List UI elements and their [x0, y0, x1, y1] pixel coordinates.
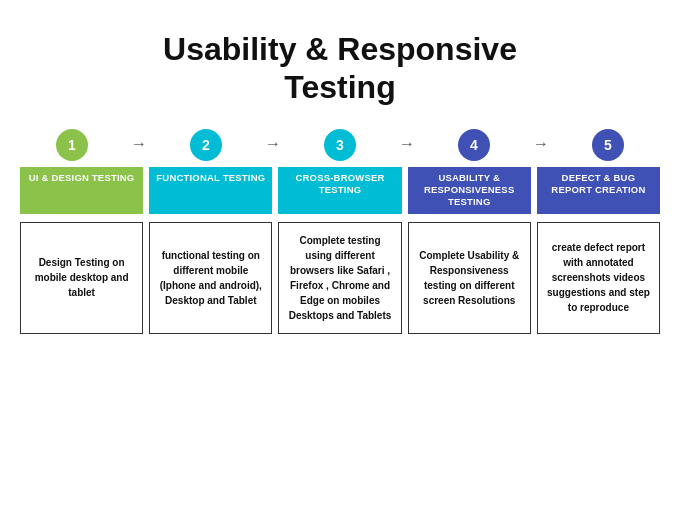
page-title: Usability & Responsive Testing	[163, 30, 517, 107]
arrow-2: →	[258, 135, 288, 153]
step-number-4: 4	[422, 129, 526, 161]
label-2: FUNCTIONAL TESTING	[149, 167, 272, 214]
arrow-4: →	[526, 135, 556, 153]
step-circle-5: 5	[592, 129, 624, 161]
labels-row: UI & DESIGN TESTINGFUNCTIONAL TESTINGCRO…	[20, 167, 660, 214]
step-numbers-row: 1→2→3→4→5	[20, 129, 660, 161]
description-2: functional testing on different mobile (…	[149, 222, 272, 334]
description-3: Complete testing using different browser…	[278, 222, 401, 334]
step-number-3: 3	[288, 129, 392, 161]
label-3: CROSS-BROWSER TESTING	[278, 167, 401, 214]
description-1: Design Testing on mobile desktop and tab…	[20, 222, 143, 334]
step-circle-3: 3	[324, 129, 356, 161]
label-5: DEFECT & BUG REPORT CREATION	[537, 167, 660, 214]
arrow-1: →	[124, 135, 154, 153]
arrow-3: →	[392, 135, 422, 153]
step-circle-4: 4	[458, 129, 490, 161]
description-4: Complete Usability & Responsiveness test…	[408, 222, 531, 334]
step-number-2: 2	[154, 129, 258, 161]
step-number-5: 5	[556, 129, 660, 161]
label-4: USABILITY & RESPONSIVENESS TESTING	[408, 167, 531, 214]
description-5: create defect report with annotated scre…	[537, 222, 660, 334]
step-circle-1: 1	[56, 129, 88, 161]
step-circle-2: 2	[190, 129, 222, 161]
flow-diagram: 1→2→3→4→5 UI & DESIGN TESTINGFUNCTIONAL …	[20, 129, 660, 334]
step-number-1: 1	[20, 129, 124, 161]
label-1: UI & DESIGN TESTING	[20, 167, 143, 214]
descriptions-row: Design Testing on mobile desktop and tab…	[20, 222, 660, 334]
